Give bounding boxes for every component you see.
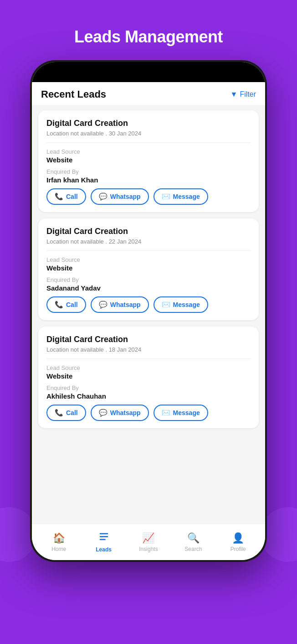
card-1-location: Location not available — [46, 130, 104, 137]
card-2-dot: . — [105, 238, 108, 245]
message-icon-2: ✉️ — [162, 301, 170, 309]
card-2-message-label: Message — [173, 301, 200, 308]
card-2-call-label: Call — [66, 301, 78, 308]
filter-icon: ▼ — [230, 90, 238, 99]
card-2-enquired-value: Sadanand Yadav — [46, 284, 251, 292]
card-3-whatsapp-label: Whatsapp — [110, 409, 141, 416]
leads-icon — [99, 532, 109, 545]
message-icon-3: ✉️ — [162, 409, 170, 417]
nav-item-home[interactable]: 🏠 Home — [45, 532, 72, 552]
card-2-divider — [46, 250, 251, 251]
card-3-actions: 📞 Call 💬 Whatsapp ✉️ Message — [46, 405, 251, 421]
insights-icon: 📈 — [142, 532, 154, 544]
card-2-source-label: Lead Source — [46, 256, 251, 263]
card-2-location: Location not available — [46, 238, 104, 245]
card-1-whatsapp-button[interactable]: 💬 Whatsapp — [91, 188, 149, 205]
call-icon-3: 📞 — [55, 409, 63, 417]
card-3-message-button[interactable]: ✉️ Message — [154, 405, 208, 421]
phone-frame: Recent Leads ▼ Filter Digital Card Creat… — [30, 60, 267, 562]
profile-icon: 👤 — [232, 532, 244, 544]
call-icon-2: 📞 — [55, 301, 63, 309]
card-3-divider — [46, 358, 251, 359]
phone-inner: Recent Leads ▼ Filter Digital Card Creat… — [32, 62, 265, 560]
card-3-location: Location not available — [46, 346, 104, 353]
card-3-source-value: Website — [46, 372, 251, 380]
svg-rect-0 — [99, 533, 108, 534]
recent-leads-title: Recent Leads — [41, 88, 106, 100]
card-1-call-label: Call — [66, 193, 78, 200]
nav-item-insights[interactable]: 📈 Insights — [135, 532, 162, 552]
card-1-message-label: Message — [173, 193, 200, 200]
lead-card-1: Digital Card Creation Location not avail… — [38, 110, 259, 212]
message-icon: ✉️ — [162, 192, 170, 201]
card-3-enquired-value: Akhilesh Chauhan — [46, 392, 251, 400]
card-3-call-button[interactable]: 📞 Call — [46, 405, 86, 421]
whatsapp-icon-3: 💬 — [99, 409, 108, 417]
search-icon: 🔍 — [187, 532, 200, 544]
svg-rect-2 — [99, 539, 105, 540]
card-3-whatsapp-button[interactable]: 💬 Whatsapp — [91, 405, 149, 421]
card-1-dot: . — [105, 130, 108, 137]
card-2-call-button[interactable]: 📞 Call — [46, 296, 86, 313]
whatsapp-icon-2: 💬 — [99, 301, 108, 309]
nav-home-label: Home — [51, 546, 66, 552]
card-2-whatsapp-label: Whatsapp — [110, 301, 141, 308]
filter-button[interactable]: ▼ Filter — [230, 90, 256, 99]
card-2-title: Digital Card Creation — [46, 227, 251, 236]
nav-item-leads[interactable]: Leads — [90, 532, 118, 553]
call-icon: 📞 — [55, 192, 63, 201]
card-1-source-label: Lead Source — [46, 148, 251, 155]
card-1-title: Digital Card Creation — [46, 119, 251, 128]
leads-list: Digital Card Creation Location not avail… — [32, 105, 265, 524]
card-1-date: 30 Jan 2024 — [109, 130, 142, 137]
card-1-enquired-label: Enquired By — [46, 168, 251, 175]
card-3-meta: Location not available . 18 Jan 2024 — [46, 346, 251, 353]
nav-item-search[interactable]: 🔍 Search — [179, 532, 207, 552]
card-2-meta: Location not available . 22 Jan 2024 — [46, 238, 251, 245]
card-1-message-button[interactable]: ✉️ Message — [154, 188, 208, 205]
nav-search-label: Search — [184, 546, 202, 552]
card-1-meta: Location not available . 30 Jan 2024 — [46, 130, 251, 137]
card-1-source-value: Website — [46, 156, 251, 164]
card-2-source-value: Website — [46, 264, 251, 272]
home-icon: 🏠 — [53, 532, 65, 544]
notch-bar — [32, 62, 265, 82]
card-1-call-button[interactable]: 📞 Call — [46, 188, 86, 205]
card-2-enquired-label: Enquired By — [46, 276, 251, 283]
card-1-whatsapp-label: Whatsapp — [110, 193, 141, 200]
notch — [119, 62, 178, 78]
page-title: Leads Management — [74, 27, 223, 47]
nav-item-profile[interactable]: 👤 Profile — [225, 532, 252, 552]
app-header: Recent Leads ▼ Filter — [32, 82, 265, 105]
card-2-date: 22 Jan 2024 — [109, 238, 142, 245]
card-2-message-button[interactable]: ✉️ Message — [154, 296, 208, 313]
card-2-whatsapp-button[interactable]: 💬 Whatsapp — [91, 296, 149, 313]
card-1-actions: 📞 Call 💬 Whatsapp ✉️ Message — [46, 188, 251, 205]
nav-leads-label: Leads — [96, 546, 112, 553]
card-2-actions: 📞 Call 💬 Whatsapp ✉️ Message — [46, 296, 251, 313]
lead-card-3: Digital Card Creation Location not avail… — [38, 327, 259, 428]
card-1-enquired-value: Irfan khan Khan — [46, 176, 251, 184]
card-3-dot: . — [105, 346, 108, 353]
filter-label: Filter — [240, 90, 256, 99]
card-3-title: Digital Card Creation — [46, 335, 251, 344]
svg-rect-1 — [99, 536, 108, 537]
nav-profile-label: Profile — [230, 546, 246, 552]
whatsapp-icon: 💬 — [99, 192, 108, 201]
card-1-divider — [46, 142, 251, 143]
lead-card-2: Digital Card Creation Location not avail… — [38, 218, 259, 320]
card-3-call-label: Call — [66, 409, 78, 416]
bottom-nav: 🏠 Home Leads 📈 Insights 🔍 Search 👤 Profi… — [32, 524, 265, 560]
card-3-enquired-label: Enquired By — [46, 384, 251, 391]
card-3-source-label: Lead Source — [46, 364, 251, 371]
card-3-message-label: Message — [173, 409, 200, 416]
card-3-date: 18 Jan 2024 — [109, 346, 142, 353]
nav-insights-label: Insights — [139, 546, 158, 552]
